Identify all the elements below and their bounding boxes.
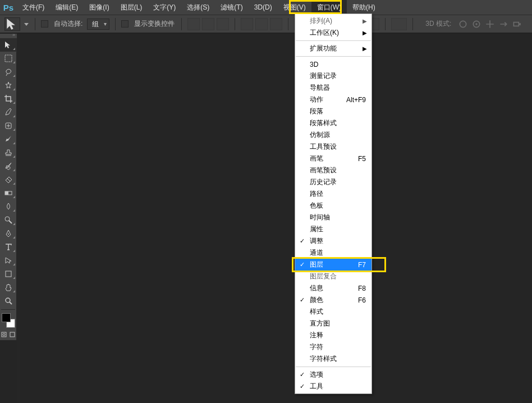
menu-item-段落[interactable]: 段落	[295, 106, 372, 117]
menu-item-选项[interactable]: ✓选项	[295, 369, 372, 381]
menubar: Ps 文件(F) 编辑(E) 图像(I) 图层(L) 文字(Y) 选择(S) 滤…	[0, 0, 532, 15]
menu-item-样式[interactable]: 样式	[295, 306, 372, 318]
auto-select-target-combo[interactable]: 组	[87, 19, 109, 30]
history-brush-tool[interactable]	[0, 159, 17, 173]
menu-item-图层复合[interactable]: 图层复合	[295, 271, 372, 282]
menu-edit[interactable]: 编辑(E)	[50, 0, 84, 15]
quickmask-toggle[interactable]	[0, 329, 8, 340]
menu-item-扩展功能[interactable]: 扩展功能▶	[295, 43, 372, 54]
separator	[35, 18, 35, 30]
menu-item-路径[interactable]: 路径	[295, 188, 372, 200]
menu-item-3D[interactable]: 3D	[295, 58, 372, 70]
svg-rect-12	[2, 332, 6, 337]
menu-item-label: 工作区(K)	[310, 28, 339, 38]
path-select-tool[interactable]	[0, 254, 17, 267]
dodge-tool[interactable]	[0, 213, 17, 227]
type-tool[interactable]	[0, 240, 17, 254]
pen-tool[interactable]	[0, 227, 17, 240]
menu-3d[interactable]: 3D(D)	[249, 0, 278, 15]
menu-item-画笔[interactable]: 画笔F5	[295, 153, 372, 164]
menu-item-动作[interactable]: 动作Alt+F9	[295, 94, 372, 106]
menu-item-通道[interactable]: 通道	[295, 247, 372, 259]
menu-item-label: 样式	[310, 307, 323, 317]
menu-file[interactable]: 文件(F)	[17, 0, 50, 15]
hand-tool[interactable]	[0, 281, 17, 294]
menu-separator	[296, 40, 371, 41]
menu-view[interactable]: 视图(V)	[278, 0, 311, 15]
crop-tool[interactable]	[0, 92, 17, 106]
menu-layer[interactable]: 图层(L)	[115, 0, 148, 15]
menu-item-排列(A)[interactable]: 排列(A)▶	[295, 15, 372, 27]
menu-window[interactable]: 窗口(W)	[311, 0, 347, 15]
svg-rect-3	[514, 22, 519, 26]
menu-item-时间轴[interactable]: 时间轴	[295, 212, 372, 223]
eraser-tool[interactable]	[0, 173, 17, 186]
svg-point-11	[6, 298, 10, 303]
menu-item-历史记录[interactable]: 历史记录	[295, 176, 372, 188]
svg-rect-10	[6, 271, 11, 277]
screenmode-toggle[interactable]	[8, 329, 17, 340]
canvas-area[interactable]	[17, 34, 532, 403]
toolbox-handle[interactable]	[0, 34, 17, 38]
quick-select-tool[interactable]	[0, 79, 17, 92]
3d-mode-icons	[458, 19, 522, 29]
menu-item-label: 3D	[310, 61, 318, 68]
svg-point-8	[5, 217, 10, 221]
eyedropper-tool[interactable]	[0, 106, 17, 119]
menu-select[interactable]: 选择(S)	[181, 0, 215, 15]
menu-item-仿制源[interactable]: 仿制源	[295, 129, 372, 141]
menu-item-色板[interactable]: 色板	[295, 200, 372, 212]
svg-point-2	[476, 23, 478, 25]
menu-item-字符样式[interactable]: 字符样式	[295, 353, 372, 365]
3d-pan-icon	[485, 19, 495, 29]
menu-item-工具预设[interactable]: 工具预设	[295, 141, 372, 153]
auto-select-checkbox[interactable]	[41, 20, 48, 28]
zoom-tool[interactable]	[0, 294, 17, 308]
menu-item-注释[interactable]: 注释	[295, 329, 372, 341]
shape-tool[interactable]	[0, 267, 17, 281]
menu-image[interactable]: 图像(I)	[84, 0, 114, 15]
marquee-tool[interactable]	[0, 52, 17, 65]
menu-filter[interactable]: 滤镜(T)	[215, 0, 248, 15]
menu-item-导航器[interactable]: 导航器	[295, 82, 372, 94]
gradient-tool[interactable]	[0, 186, 17, 200]
color-swatches[interactable]	[0, 312, 17, 329]
align-btn	[241, 18, 253, 30]
menu-item-画笔预设[interactable]: 画笔预设	[295, 164, 372, 176]
menu-item-属性[interactable]: 属性	[295, 223, 372, 235]
menu-item-字符[interactable]: 字符	[295, 341, 372, 353]
menu-item-信息[interactable]: 信息F8	[295, 282, 372, 294]
blur-tool[interactable]	[0, 200, 17, 213]
menu-help[interactable]: 帮助(H)	[347, 0, 381, 15]
svg-rect-7	[5, 191, 8, 195]
lasso-tool[interactable]	[0, 65, 17, 79]
healing-tool[interactable]	[0, 119, 17, 132]
menu-item-测量记录[interactable]: 测量记录	[295, 70, 372, 82]
menu-item-工作区(K)[interactable]: 工作区(K)▶	[295, 27, 372, 39]
move-tool-indicator[interactable]	[4, 17, 20, 31]
separator	[1, 309, 15, 310]
check-icon: ✓	[300, 237, 305, 245]
show-transform-checkbox[interactable]	[121, 20, 129, 28]
move-tool[interactable]	[0, 38, 17, 52]
auto-select-label: 自动选择:	[54, 19, 82, 29]
menu-item-label: 信息	[310, 283, 323, 293]
separator	[115, 18, 116, 30]
menu-item-调整[interactable]: ✓调整	[295, 235, 372, 247]
menu-item-label: 扩展功能	[310, 44, 337, 53]
menu-item-直方图[interactable]: 直方图	[295, 318, 372, 329]
menu-item-图层[interactable]: ✓图层F7	[295, 259, 372, 271]
foreground-swatch[interactable]	[2, 313, 11, 322]
tool-preset-dropdown-icon[interactable]	[24, 21, 29, 27]
3d-orbit-icon	[458, 19, 468, 29]
menu-item-工具[interactable]: ✓工具	[295, 381, 372, 392]
menu-item-label: 选项	[310, 370, 323, 379]
brush-tool[interactable]	[0, 132, 17, 146]
align-btn	[187, 18, 200, 30]
menu-item-label: 时间轴	[310, 213, 330, 222]
3d-mode-label: 3D 模式:	[425, 19, 451, 29]
stamp-tool[interactable]	[0, 146, 17, 159]
menu-item-段落样式[interactable]: 段落样式	[295, 117, 372, 129]
menu-text[interactable]: 文字(Y)	[148, 0, 181, 15]
menu-item-颜色[interactable]: ✓颜色F6	[295, 294, 372, 306]
